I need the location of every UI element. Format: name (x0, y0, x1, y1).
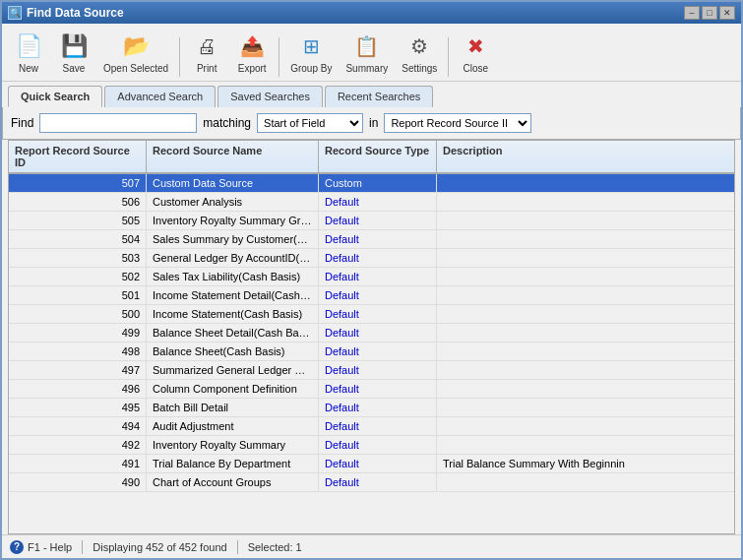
toolbar-separator-2 (279, 37, 279, 77)
table-row[interactable]: 498Balance Sheet(Cash Basis)Default (9, 342, 734, 361)
group-by-button[interactable]: ⊞ Group By (285, 28, 337, 77)
close-icon: ✖ (460, 31, 491, 62)
table-row[interactable]: 503General Ledger By AccountID(CashDefau… (9, 249, 734, 268)
cell-id: 503 (9, 249, 147, 267)
cell-id: 500 (9, 305, 147, 323)
export-icon: 📤 (236, 31, 268, 62)
export-button[interactable]: 📤 Export (231, 28, 273, 77)
cell-id: 490 (9, 473, 147, 491)
cell-id: 492 (9, 436, 147, 454)
cell-description (437, 174, 734, 192)
help-section: ? F1 - Help (10, 540, 72, 554)
table-row[interactable]: 507Custom Data SourceCustom (9, 174, 734, 193)
help-icon: ? (10, 540, 24, 554)
summary-icon: 📋 (351, 31, 383, 62)
table-row[interactable]: 496Column Component DefinitionDefault (9, 380, 734, 399)
cell-type: Default (319, 212, 437, 229)
save-button[interactable]: 💾 Save (53, 28, 94, 77)
table-row[interactable]: 505Inventory Royalty Summary GroupDefaul… (9, 212, 734, 230)
open-selected-button[interactable]: 📂 Open Selected (98, 28, 173, 77)
table-row[interactable]: 492Inventory Royalty SummaryDefault (9, 436, 734, 455)
table-row[interactable]: 491Trial Balance By DepartmentDefaultTri… (9, 455, 734, 473)
search-input[interactable] (39, 113, 197, 133)
tab-saved-searches[interactable]: Saved Searches (217, 86, 323, 107)
cell-name: Sales Summary by Customer(Cash B (147, 230, 319, 248)
displaying-text: Displaying 452 of 452 found (93, 541, 226, 553)
table-row[interactable]: 494Audit AdjustmentDefault (9, 417, 734, 436)
table-row[interactable]: 499Balance Sheet Detail(Cash Basis)Defau… (9, 324, 734, 342)
tab-recent-searches[interactable]: Recent Searches (325, 86, 433, 107)
cell-type: Default (319, 305, 437, 323)
cell-id: 504 (9, 230, 147, 248)
print-label: Print (197, 63, 217, 74)
tab-advanced-search[interactable]: Advanced Search (104, 86, 216, 107)
cell-id: 494 (9, 417, 147, 435)
table-row[interactable]: 497Summarized General Ledger By AcccDefa… (9, 361, 734, 380)
close-window-button[interactable]: ✕ (719, 6, 735, 20)
minimize-button[interactable]: – (684, 6, 700, 20)
find-label: Find (11, 116, 33, 130)
settings-button[interactable]: ⚙ Settings (397, 28, 442, 77)
cell-name: Income Statement Detail(Cash Basis (147, 286, 319, 304)
table-row[interactable]: 506Customer AnalysisDefault (9, 193, 734, 212)
cell-description (437, 342, 734, 360)
cell-id: 497 (9, 361, 147, 379)
cell-type: Default (319, 193, 437, 211)
cell-id: 491 (9, 455, 147, 472)
cell-description (437, 436, 734, 454)
col-header-type: Record Source Type (319, 141, 437, 172)
data-table: Report Record Source ID Record Source Na… (8, 140, 735, 534)
table-row[interactable]: 495Batch Bill DetailDefault (9, 399, 734, 417)
cell-description (437, 286, 734, 304)
new-icon: 📄 (13, 31, 44, 62)
table-row[interactable]: 502Sales Tax Liability(Cash Basis)Defaul… (9, 268, 734, 286)
cell-type: Default (319, 230, 437, 248)
cell-description (437, 305, 734, 323)
close-button[interactable]: ✖ Close (455, 28, 496, 77)
save-label: Save (63, 63, 86, 74)
settings-icon: ⚙ (403, 31, 435, 62)
cell-description (437, 361, 734, 379)
restore-button[interactable]: □ (702, 6, 717, 20)
cell-type: Default (319, 361, 437, 379)
cell-name: Inventory Royalty Summary Group (147, 212, 319, 229)
settings-label: Settings (402, 63, 437, 74)
cell-name: Trial Balance By Department (147, 455, 319, 472)
table-row[interactable]: 490Chart of Account GroupsDefault (9, 473, 734, 492)
new-button[interactable]: 📄 New (8, 28, 49, 77)
cell-description (437, 473, 734, 491)
table-row[interactable]: 500Income Statement(Cash Basis)Default (9, 305, 734, 324)
cell-type: Default (319, 380, 437, 398)
print-button[interactable]: 🖨 Print (186, 28, 227, 77)
new-label: New (19, 63, 38, 74)
status-bar: ? F1 - Help Displaying 452 of 452 found … (2, 534, 741, 558)
in-label: in (369, 116, 378, 130)
title-bar: 🔍 Find Data Source – □ ✕ (2, 2, 741, 24)
open-selected-label: Open Selected (103, 63, 168, 74)
matching-label: matching (203, 116, 251, 130)
cell-id: 502 (9, 268, 147, 285)
matching-select[interactable]: Start of Field Any Part of Field Whole F… (257, 113, 363, 133)
cell-name: Custom Data Source (147, 174, 319, 192)
cell-name: Inventory Royalty Summary (147, 436, 319, 454)
cell-name: Balance Sheet(Cash Basis) (147, 342, 319, 360)
cell-name: Column Component Definition (147, 380, 319, 398)
table-row[interactable]: 504Sales Summary by Customer(Cash BDefau… (9, 230, 734, 249)
cell-id: 505 (9, 212, 147, 229)
help-label: F1 - Help (28, 541, 72, 553)
cell-name: Income Statement(Cash Basis) (147, 305, 319, 323)
in-select[interactable]: Report Record Source II Report Record So… (384, 113, 531, 133)
tab-quick-search[interactable]: Quick Search (8, 86, 102, 107)
tabs-bar: Quick Search Advanced Search Saved Searc… (2, 82, 741, 107)
cell-id: 495 (9, 399, 147, 416)
summary-button[interactable]: 📋 Summary (341, 28, 393, 77)
table-body[interactable]: 507Custom Data SourceCustom506Customer A… (9, 174, 734, 533)
status-separator-1 (82, 540, 83, 554)
window-title: Find Data Source (27, 6, 124, 20)
cell-type: Default (319, 473, 437, 491)
cell-type: Default (319, 249, 437, 267)
table-row[interactable]: 501Income Statement Detail(Cash BasisDef… (9, 286, 734, 305)
cell-name: Balance Sheet Detail(Cash Basis) (147, 324, 319, 342)
cell-description (437, 417, 734, 435)
cell-description (437, 212, 734, 229)
